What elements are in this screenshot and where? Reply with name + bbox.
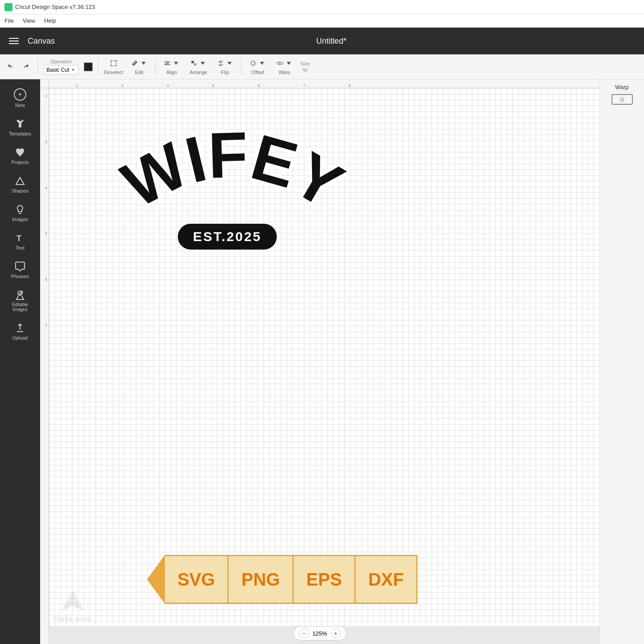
warp-toolbar-button[interactable] [274,58,295,69]
menu-help[interactable]: Help [44,17,56,24]
zoom-level: 125% [312,630,327,637]
warp-panel-label: Warp [615,84,629,90]
warp-panel-icon[interactable]: ⌸ [611,94,633,105]
sidebar-label-shapes: Shapes [12,188,28,193]
est-badge: EST.2025 [178,224,277,250]
warp-toolbar-label: Warp [279,70,290,75]
size-group: Size W [300,61,310,73]
sidebar-item-phrases[interactable]: Phrases [2,257,38,283]
format-eps: EPS [294,556,356,603]
svg-rect-8 [192,61,194,63]
watermark: THREE DOVE [53,588,91,622]
operation-label: Operation [50,59,72,64]
sep4 [241,59,242,75]
ruler-top: 2 3 4 5 6 7 8 [49,79,599,88]
w-label: W [303,67,308,73]
sidebar-item-images[interactable]: Images [2,200,38,226]
text-icon: T [15,233,25,243]
arrange-button[interactable] [188,58,209,69]
sep2 [98,59,98,75]
banner-body: SVG PNG EPS DXF [165,555,418,604]
format-banner: SVG PNG EPS DXF [147,555,418,604]
arrange-group: Arrange [188,58,209,75]
size-label: Size [300,61,310,66]
editable-icon [15,290,25,300]
banner-arrow-left [147,555,165,604]
sidebar-item-templates[interactable]: Templates [2,114,38,141]
edit-button[interactable] [128,58,150,69]
tshirt-icon [15,119,25,129]
operation-group: Operation Basic Cut [43,59,78,75]
align-button[interactable] [161,58,182,69]
sidebar-label-editable: Editable Images [5,302,35,312]
title-bar: Cricut Design Space v7.36.123 [0,0,644,14]
align-label: Align [166,70,177,75]
svg-text:T: T [16,234,21,243]
edit-group: Edit [128,58,150,75]
design-container[interactable]: WIFEY WIFEY EST.2025 [103,124,352,250]
right-panel: Warp ⌸ [599,79,644,644]
est-text: EST.2025 [193,229,262,244]
svg-point-4 [115,65,116,66]
redo-button[interactable] [20,62,32,72]
deselect-button[interactable] [107,58,120,69]
sidebar-label-text: Text [16,245,25,250]
wifey-svg: WIFEY WIFEY [103,124,361,226]
ruler-corner [40,79,49,88]
svg-point-3 [111,65,111,66]
sidebar-label-upload: Upload [12,335,28,340]
deselect-label: Deselect [104,70,123,75]
flip-button[interactable] [214,58,236,69]
warp-group: Warp [274,58,295,75]
canvas-area[interactable]: 2 3 4 5 6 7 8 2 3 4 5 6 7 [40,79,599,644]
operation-value: Basic Cut [46,67,69,73]
svg-rect-6 [165,63,169,64]
layout: + New Templates Projects Shapes Images T… [0,79,644,644]
canvas-grid: WIFEY WIFEY EST.2025 SVG [49,88,599,626]
undo-button[interactable] [4,62,17,72]
sidebar-item-shapes[interactable]: Shapes [2,171,38,198]
edit-label: Edit [135,70,144,75]
untitled-label: Untitled* [233,37,430,46]
svg-rect-7 [164,64,170,65]
sidebar-label-images: Images [12,217,28,222]
color-swatch[interactable] [84,62,93,71]
offset-button[interactable] [247,58,268,69]
toolbar: Operation Basic Cut Deselect Edit [0,54,644,79]
operation-select[interactable]: Basic Cut [43,65,78,75]
svg-text:WIFEY: WIFEY [111,124,354,222]
offset-label: Offset [251,70,264,75]
ruler-left: 2 3 4 5 6 7 [40,88,49,644]
menu-file[interactable]: File [4,17,14,24]
svg-rect-5 [164,62,170,62]
plus-circle-icon: + [14,88,26,101]
zoom-out-button[interactable]: − [299,628,309,638]
upload-icon [15,323,25,333]
menu-view[interactable]: View [23,17,35,24]
svg-point-1 [111,60,111,61]
svg-rect-0 [111,61,116,66]
sidebar-item-upload[interactable]: Upload [2,318,38,345]
format-svg: SVG [165,556,229,603]
hamburger-icon[interactable] [9,38,19,44]
menu-bar: File View Help [0,14,644,28]
sidebar-item-editable-images[interactable]: Editable Images [2,285,38,316]
lightbulb-icon [15,204,25,215]
format-dxf: DXF [356,556,416,603]
svg-rect-9 [194,63,197,66]
app-icon [4,3,12,11]
svg-point-10 [251,62,255,65]
sidebar-label-phrases: Phrases [11,274,29,279]
sidebar-item-new[interactable]: + New [2,84,38,112]
canvas-title: Canvas [28,37,224,46]
zoom-in-button[interactable]: + [331,628,340,638]
flip-label: Flip [221,70,229,75]
sidebar-label-new: New [15,103,25,108]
sidebar-label-templates: Templates [9,131,31,136]
sidebar-item-text[interactable]: T Text [2,228,38,255]
triangle-icon [15,176,25,186]
sidebar-item-projects[interactable]: Projects [2,143,38,169]
sidebar-label-projects: Projects [11,160,29,165]
offset-group: Offset [247,58,268,75]
sep1 [37,59,38,75]
